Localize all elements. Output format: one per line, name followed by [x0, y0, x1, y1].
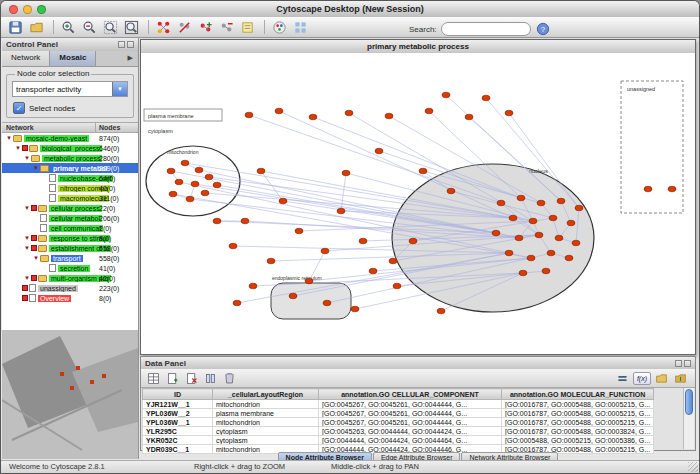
network-node[interactable]	[337, 208, 345, 214]
export-attributes-icon[interactable]	[672, 371, 689, 386]
network-node[interactable]	[515, 235, 523, 241]
destroy-network-icon[interactable]	[217, 18, 236, 36]
network-node[interactable]	[537, 200, 545, 206]
table-cell[interactable]: [GO:0005488, GO:0005215, GO:0005386, G..…	[502, 436, 654, 445]
tree-row[interactable]: nucleobase-cont64(0)	[2, 173, 138, 183]
tree-expand-icon[interactable]: ▼	[23, 275, 31, 281]
network-node[interactable]	[289, 293, 297, 299]
network-node[interactable]	[213, 182, 221, 188]
tree-expand-icon[interactable]: ▼	[14, 145, 22, 151]
network-node[interactable]	[175, 179, 183, 185]
network-node[interactable]	[323, 300, 331, 306]
tree-row[interactable]: ▼cellular process22(0)	[2, 203, 138, 213]
column-header[interactable]: annotation.GO CELLULAR_COMPONENT	[319, 389, 502, 400]
network-node[interactable]	[497, 200, 505, 206]
network-node[interactable]	[509, 215, 517, 221]
network-node[interactable]	[181, 160, 189, 166]
select-nodes-checkbox[interactable]: ✓	[13, 102, 25, 114]
column-header[interactable]: _cellularLayoutRegion	[213, 389, 319, 400]
network-node[interactable]	[393, 283, 401, 289]
table-cell[interactable]: [GO:0016787, GO:0005488, GO:0005215, G..…	[502, 418, 654, 427]
tree-column-nodes[interactable]: Nodes	[99, 124, 120, 131]
table-cell[interactable]: YPL036W__1	[143, 418, 213, 427]
tree-node-label[interactable]: biological_process	[40, 145, 102, 152]
tree-expand-icon[interactable]: ▼	[32, 165, 40, 171]
table-cell[interactable]: cytoplasm	[213, 427, 319, 436]
tree-row[interactable]: unassigned223(0)	[2, 283, 138, 293]
save-session-icon[interactable]	[6, 18, 25, 36]
scrollbar-thumb[interactable]	[685, 389, 693, 415]
network-node[interactable]	[575, 205, 583, 211]
table-cell[interactable]: [GO:0044444, GO:0044424, GO:0044464, G..…	[319, 436, 502, 445]
network-node[interactable]	[201, 190, 209, 196]
network-node[interactable]	[385, 113, 393, 119]
import-attributes-icon[interactable]	[653, 371, 670, 386]
tab-network[interactable]: Network	[2, 51, 50, 66]
table-cell[interactable]: plasma membrane	[213, 409, 319, 418]
trash-icon[interactable]	[221, 371, 238, 386]
layout-icon[interactable]	[291, 18, 310, 36]
delete-attribute-icon[interactable]	[183, 371, 200, 386]
network-view-title[interactable]: primary metabolic process	[141, 40, 695, 54]
network-node[interactable]	[267, 258, 275, 264]
node-color-dropdown[interactable]: transporter activity ▼	[12, 81, 128, 97]
network-node[interactable]	[527, 255, 535, 261]
network-node[interactable]	[342, 170, 350, 176]
function-builder-icon[interactable]: f(x)	[633, 372, 651, 385]
chevron-down-icon[interactable]: ▼	[112, 82, 127, 96]
tree-expand-icon[interactable]: ▼	[23, 235, 31, 241]
table-cell[interactable]: cytoplasm	[213, 436, 319, 445]
table-cell[interactable]: YLR295C	[143, 427, 213, 436]
tree-row[interactable]: ▼mosaic-demo-yeast874(0)	[2, 133, 138, 143]
table-row[interactable]: YPL036W__2plasma membrane[GO:0045267, GO…	[143, 409, 654, 418]
tree-row[interactable]: ▼biological_process646(0)	[2, 143, 138, 153]
table-cell[interactable]: [GO:0016787, GO:0005488, GO:0003824, G..…	[502, 427, 654, 436]
network-node[interactable]	[492, 230, 500, 236]
tree-expand-icon[interactable]: ▼	[23, 155, 31, 161]
vizmapper-icon[interactable]	[270, 18, 289, 36]
create-attribute-icon[interactable]	[164, 371, 181, 386]
table-row[interactable]: YJR121W__1mitochondrion[GO:0045267, GO:0…	[143, 400, 654, 409]
network-node[interactable]	[535, 232, 543, 238]
network-node[interactable]	[409, 238, 417, 244]
tree-expand-icon[interactable]: ▼	[32, 255, 40, 261]
zoom-in-icon[interactable]	[59, 18, 78, 36]
resize-grip[interactable]	[688, 462, 698, 472]
first-neighbors-icon[interactable]	[154, 18, 173, 36]
panel-float-icon[interactable]	[118, 41, 125, 48]
network-node[interactable]	[529, 218, 537, 224]
tree-row[interactable]: macromolecule311(0)	[2, 193, 138, 203]
tree-row[interactable]: cell communicat2(0)	[2, 223, 138, 233]
network-canvas[interactable]: plasma membranecytoplasmmitochondrionnuc…	[141, 53, 695, 354]
help-icon[interactable]: ?	[534, 20, 553, 38]
network-node[interactable]	[419, 168, 427, 174]
network-node[interactable]	[359, 238, 367, 244]
search-input[interactable]	[441, 22, 531, 36]
network-node[interactable]	[186, 196, 194, 202]
network-node[interactable]	[447, 188, 455, 194]
table-cell[interactable]: YJR121W__1	[143, 400, 213, 409]
network-node[interactable]	[482, 95, 490, 101]
network-node[interactable]	[309, 114, 317, 120]
panel-close-icon[interactable]	[684, 360, 691, 367]
network-node[interactable]	[519, 270, 527, 276]
create-network-from-selection-icon[interactable]	[196, 18, 215, 36]
tree-row[interactable]: ▼metabolic process280(0)	[2, 153, 138, 163]
network-node[interactable]	[437, 308, 445, 314]
zoom-selected-icon[interactable]	[101, 18, 120, 36]
tab-mosaic[interactable]: Mosaic	[50, 51, 96, 66]
tree-node-label[interactable]: transport	[51, 255, 83, 262]
tree-node-label[interactable]: cellular process	[49, 205, 102, 212]
table-cell[interactable]: [GO:0016787, GO:0005488, GO:0005215, G..…	[502, 400, 654, 409]
network-node[interactable]	[542, 268, 550, 274]
panel-float-icon[interactable]	[675, 360, 682, 367]
network-node[interactable]	[547, 250, 555, 256]
tab-scroll-right-icon[interactable]: ▶	[123, 51, 138, 66]
network-node[interactable]	[465, 114, 473, 120]
network-node[interactable]	[275, 108, 283, 114]
hide-selected-icon[interactable]	[175, 18, 194, 36]
network-node[interactable]	[167, 168, 175, 174]
panel-close-icon[interactable]	[127, 41, 134, 48]
table-cell[interactable]: YPL036W__2	[143, 409, 213, 418]
network-node[interactable]	[279, 198, 287, 204]
